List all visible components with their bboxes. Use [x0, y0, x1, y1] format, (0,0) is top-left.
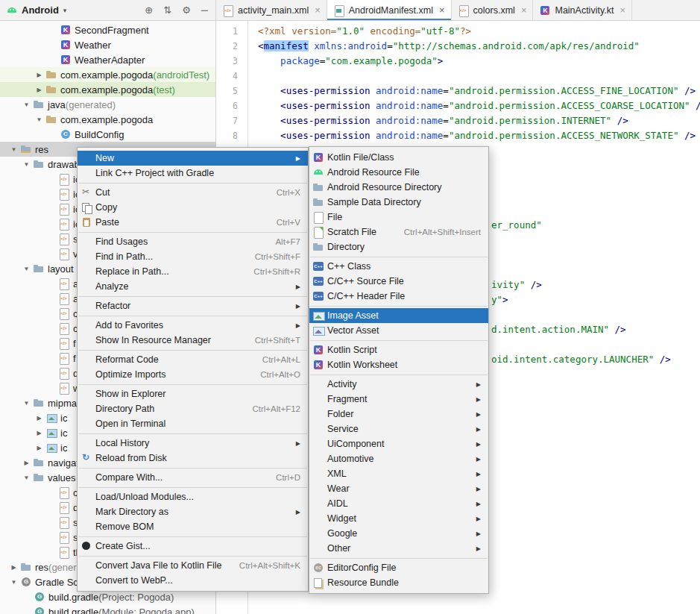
menu-item-mark-directory-as[interactable]: Mark Directory as▶ — [78, 504, 308, 519]
menu-item-open-in-terminal[interactable]: Open in Terminal — [78, 416, 308, 431]
chevron-down-icon[interactable]: ▾ — [63, 7, 67, 14]
chevron-down-icon[interactable]: ▼ — [20, 161, 33, 168]
close-icon[interactable]: × — [521, 4, 527, 16]
menu-item-uicomponent[interactable]: UiComponent▶ — [309, 436, 488, 451]
menu-item-android-resource-file[interactable]: Android Resource File — [309, 165, 488, 180]
chevron-right-icon[interactable]: ▶ — [33, 415, 45, 422]
menu-item-compare-with[interactable]: Compare With...Ctrl+D — [78, 470, 308, 485]
code-area[interactable]: 1<?xml version="1.0" encoding="utf-8"?>2… — [216, 21, 700, 143]
locate-file-icon[interactable]: ⊕ — [145, 4, 153, 16]
chevron-down-icon[interactable]: ▼ — [7, 146, 20, 153]
menu-item-local-history[interactable]: Local History▶ — [78, 436, 308, 451]
submenu-arrow-icon: ▶ — [467, 486, 481, 492]
chevron-right-icon[interactable]: ▶ — [33, 445, 45, 451]
menu-item-convert-to-webp[interactable]: Convert to WebP... — [78, 573, 308, 588]
menu-item-reload-from-disk[interactable]: Reload from Disk — [78, 451, 308, 466]
chevron-right-icon[interactable]: ▶ — [20, 460, 33, 466]
menu-item-link-c-project-with-gradle[interactable]: Link C++ Project with Gradle — [78, 166, 308, 181]
menu-item-show-in-explorer[interactable]: Show in Explorer — [78, 386, 308, 401]
menu-item-activity[interactable]: Activity▶ — [309, 377, 488, 392]
tree-row[interactable]: Weather — [0, 37, 215, 52]
tree-row[interactable]: ▶com.example.pogoda (test) — [0, 82, 215, 97]
menu-item-service[interactable]: Service▶ — [309, 422, 488, 436]
menu-item-resource-bundle[interactable]: Resource Bundle — [309, 575, 488, 590]
menu-item-create-gist[interactable]: Create Gist... — [78, 539, 308, 554]
menu-item-fragment[interactable]: Fragment▶ — [309, 392, 488, 407]
close-icon[interactable]: × — [315, 4, 321, 16]
chevron-right-icon[interactable]: ▶ — [7, 564, 20, 571]
menu-item-widget[interactable]: Widget▶ — [309, 511, 488, 526]
menu-item-load-unload-modules[interactable]: Load/Unload Modules... — [78, 489, 308, 504]
menu-item-image-asset[interactable]: Image Asset — [309, 308, 488, 323]
tree-item-label: com.example.pogoda — [60, 69, 153, 81]
tree-row[interactable]: build.gradle (Module: Pogoda.app) — [0, 604, 215, 614]
collapse-all-icon[interactable]: ⇅ — [163, 4, 171, 16]
menu-item-file[interactable]: File — [309, 210, 488, 225]
tree-row[interactable]: WeatherAdapter — [0, 52, 215, 67]
menu-item-xml[interactable]: XML▶ — [309, 466, 488, 481]
imgfile-icon — [45, 442, 57, 454]
tree-row[interactable]: ▶com.example.pogoda (androidTest) — [0, 67, 215, 82]
menu-item-show-in-resource-manager[interactable]: Show In Resource ManagerCtrl+Shift+T — [78, 333, 308, 348]
chevron-right-icon[interactable]: ▶ — [33, 72, 45, 78]
chevron-right-icon[interactable]: ▶ — [33, 87, 45, 93]
settings-gear-icon[interactable]: ⚙ — [182, 4, 191, 16]
menu-item-other[interactable]: Other▶ — [309, 541, 488, 556]
menu-item-kotlin-file-class[interactable]: Kotlin File/Class — [309, 150, 488, 165]
menu-item-kotlin-script[interactable]: Kotlin Script — [309, 342, 488, 357]
menu-item-automotive[interactable]: Automotive▶ — [309, 451, 488, 466]
tab-androidmanifest-xml[interactable]: AndroidManifest.xml× — [327, 0, 452, 20]
menu-item-cut[interactable]: CutCtrl+X — [78, 185, 308, 200]
menu-shortcut: Ctrl+D — [267, 473, 300, 482]
close-icon[interactable]: × — [619, 4, 625, 16]
chevron-down-icon[interactable]: ▼ — [20, 101, 33, 108]
tab-colors-xml[interactable]: colors.xml× — [452, 0, 534, 20]
menu-item-wear[interactable]: Wear▶ — [309, 481, 488, 496]
menu-item-find-usages[interactable]: Find UsagesAlt+F7 — [78, 234, 308, 249]
menu-item-c-c-source-file[interactable]: C/C++ Source File — [309, 274, 488, 289]
menu-item-find-in-path[interactable]: Find in Path...Ctrl+Shift+F — [78, 249, 308, 264]
tree-row[interactable]: BuildConfig — [0, 127, 215, 142]
menu-item-scratch-file[interactable]: Scratch FileCtrl+Alt+Shift+Insert — [309, 225, 488, 239]
tree-row[interactable]: ▼com.example.pogoda — [0, 112, 215, 127]
menu-shortcut: Ctrl+Alt+Shift+K — [230, 561, 300, 570]
menu-item-optimize-imports[interactable]: Optimize ImportsCtrl+Alt+O — [78, 367, 308, 382]
menu-item-paste[interactable]: PasteCtrl+V — [78, 215, 308, 230]
menu-item-new[interactable]: New▶ — [78, 151, 308, 166]
tree-row[interactable]: ▼java (generated) — [0, 97, 215, 112]
menu-item-refactor[interactable]: Refactor▶ — [78, 298, 308, 313]
menu-item-c-c-header-file[interactable]: C/C++ Header File — [309, 289, 488, 304]
hide-panel-icon[interactable]: ─ — [201, 4, 208, 16]
menu-item-analyze[interactable]: Analyze▶ — [78, 279, 308, 294]
menu-item-kotlin-worksheet[interactable]: Kotlin Worksheet — [309, 357, 488, 372]
chevron-down-icon[interactable]: ▼ — [20, 266, 33, 272]
menu-item-remove-bom[interactable]: Remove BOM — [78, 519, 308, 534]
menu-item-vector-asset[interactable]: Vector Asset — [309, 323, 488, 338]
folder-tan-icon — [45, 113, 57, 125]
chevron-right-icon[interactable]: ▶ — [33, 430, 45, 436]
menu-item-c-class[interactable]: C++ Class — [309, 259, 488, 274]
chevron-down-icon[interactable]: ▼ — [20, 474, 33, 481]
chevron-down-icon[interactable]: ▼ — [33, 116, 45, 123]
menu-item-directory[interactable]: Directory — [309, 239, 488, 254]
tree-row[interactable]: build.gradle (Project: Pogoda) — [0, 589, 215, 604]
project-view-selector[interactable]: Android — [22, 4, 59, 16]
menu-item-folder[interactable]: Folder▶ — [309, 407, 488, 422]
tab-mainactivity-kt[interactable]: MainActivity.kt× — [533, 0, 632, 20]
menu-item-editorconfig-file[interactable]: EditorConfig File — [309, 560, 488, 575]
close-icon[interactable]: × — [439, 4, 445, 16]
menu-item-copy[interactable]: Copy — [78, 200, 308, 215]
chevron-down-icon[interactable]: ▼ — [7, 579, 20, 586]
tree-row[interactable]: SecondFragment — [0, 22, 215, 37]
chevron-down-icon[interactable]: ▼ — [20, 400, 33, 407]
menu-item-aidl[interactable]: AIDL▶ — [309, 496, 488, 511]
menu-item-google[interactable]: Google▶ — [309, 526, 488, 541]
menu-item-sample-data-directory[interactable]: Sample Data Directory — [309, 195, 488, 210]
menu-item-reformat-code[interactable]: Reformat CodeCtrl+Alt+L — [78, 352, 308, 367]
menu-item-add-to-favorites[interactable]: Add to Favorites▶ — [78, 318, 308, 333]
menu-item-directory-path[interactable]: Directory PathCtrl+Alt+F12 — [78, 401, 308, 416]
tab-activity-main-xml[interactable]: activity_main.xml× — [216, 0, 327, 20]
menu-item-replace-in-path[interactable]: Replace in Path...Ctrl+Shift+R — [78, 264, 308, 279]
menu-item-convert-java-file-to-kotlin-file[interactable]: Convert Java File to Kotlin FileCtrl+Alt… — [78, 558, 308, 573]
menu-item-android-resource-directory[interactable]: Android Resource Directory — [309, 180, 488, 195]
